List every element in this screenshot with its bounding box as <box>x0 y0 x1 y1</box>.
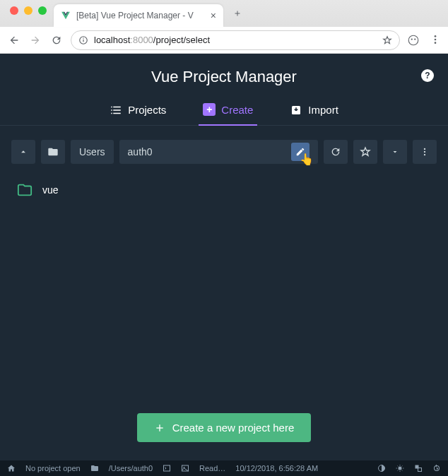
minimize-window-button[interactable] <box>24 6 33 15</box>
close-tab-icon[interactable]: × <box>211 10 216 21</box>
tab-import[interactable]: Import <box>285 96 343 125</box>
vue-favicon <box>61 11 71 20</box>
plus-icon: + <box>203 103 216 116</box>
status-bar: No project open /Users/auth0 Read… 10/12… <box>0 460 448 476</box>
folder-icon <box>17 182 33 198</box>
status-ready: Read… <box>199 464 225 472</box>
info-icon <box>78 35 88 45</box>
help-icon[interactable]: ? <box>421 69 434 82</box>
back-button[interactable] <box>7 35 21 46</box>
create-button-label: Create a new project here <box>172 422 295 434</box>
contrast-icon[interactable] <box>377 464 386 472</box>
browser-tab-bar: [Beta] Vue Project Manager - V × <box>0 0 448 27</box>
svg-rect-2 <box>83 37 83 38</box>
path-input[interactable]: auth0 👆 <box>119 140 318 164</box>
svg-point-8 <box>435 42 437 44</box>
menu-icon[interactable] <box>430 34 441 47</box>
translate-icon[interactable] <box>414 464 423 472</box>
tab-title: [Beta] Vue Project Manager - V <box>76 11 194 20</box>
svg-point-3 <box>408 35 418 45</box>
bookmark-icon[interactable] <box>382 35 392 45</box>
image-icon[interactable] <box>181 464 189 472</box>
url-path: /project/select <box>153 35 210 45</box>
svg-point-5 <box>414 38 415 40</box>
breadcrumb-segment[interactable]: Users <box>71 140 114 164</box>
forward-button[interactable] <box>28 35 42 46</box>
favorite-button[interactable] <box>353 140 377 164</box>
edit-path-button[interactable] <box>291 143 310 161</box>
status-path: /Users/auth0 <box>109 464 153 472</box>
folder-icon[interactable] <box>90 464 99 472</box>
svg-rect-1 <box>83 39 83 42</box>
address-bar: localhost:8000/project/select <box>0 27 448 54</box>
plus-icon <box>154 422 165 434</box>
refresh-button[interactable] <box>324 140 348 164</box>
tab-import-label: Import <box>308 104 338 116</box>
home-folder-button[interactable] <box>41 140 65 164</box>
svg-rect-13 <box>164 465 170 471</box>
create-project-button[interactable]: Create a new project here <box>137 413 312 442</box>
more-menu-button[interactable] <box>413 140 437 164</box>
status-no-project: No project open <box>25 464 81 472</box>
svg-point-17 <box>399 467 402 470</box>
bug-icon[interactable] <box>396 464 404 472</box>
file-name: vue <box>42 184 59 196</box>
url-port: :8000 <box>130 35 153 45</box>
url-host: localhost <box>94 35 130 45</box>
svg-point-12 <box>424 154 425 155</box>
terminal-icon[interactable] <box>163 464 171 472</box>
sync-icon[interactable] <box>432 464 441 472</box>
tab-projects-label: Projects <box>128 104 166 116</box>
svg-point-7 <box>435 38 437 40</box>
tab-projects[interactable]: Projects <box>105 96 170 125</box>
favorites-dropdown[interactable] <box>383 140 407 164</box>
svg-point-4 <box>411 38 413 40</box>
path-toolbar: Users auth0 👆 <box>0 126 448 171</box>
current-folder-label: auth0 <box>128 146 153 157</box>
import-icon <box>290 104 302 117</box>
maximize-window-button[interactable] <box>38 6 47 15</box>
svg-point-11 <box>424 151 425 153</box>
app-root: ? Vue Project Manager Projects + Create … <box>0 54 448 460</box>
create-bar: Create a new project here <box>0 400 448 460</box>
list-item[interactable]: vue <box>14 178 434 202</box>
home-icon[interactable] <box>7 464 16 472</box>
parent-dir-button[interactable] <box>11 140 35 164</box>
tab-create-label: Create <box>221 104 253 116</box>
profile-icon[interactable] <box>407 34 420 47</box>
main-tabs: Projects + Create Import <box>0 96 448 126</box>
page-title: Vue Project Manager <box>0 54 448 96</box>
svg-point-10 <box>424 148 425 150</box>
url-input[interactable]: localhost:8000/project/select <box>71 30 400 50</box>
list-icon <box>110 104 122 117</box>
new-tab-button[interactable] <box>228 4 247 23</box>
status-timestamp: 10/12/2018, 6:56:28 AM <box>235 464 318 472</box>
browser-tab[interactable]: [Beta] Vue Project Manager - V × <box>54 4 223 27</box>
file-list: vue <box>0 171 448 400</box>
tab-create[interactable]: + Create <box>199 96 257 126</box>
window-controls <box>6 6 54 20</box>
reload-button[interactable] <box>49 35 64 46</box>
close-window-button[interactable] <box>10 6 18 15</box>
svg-point-6 <box>435 35 437 37</box>
